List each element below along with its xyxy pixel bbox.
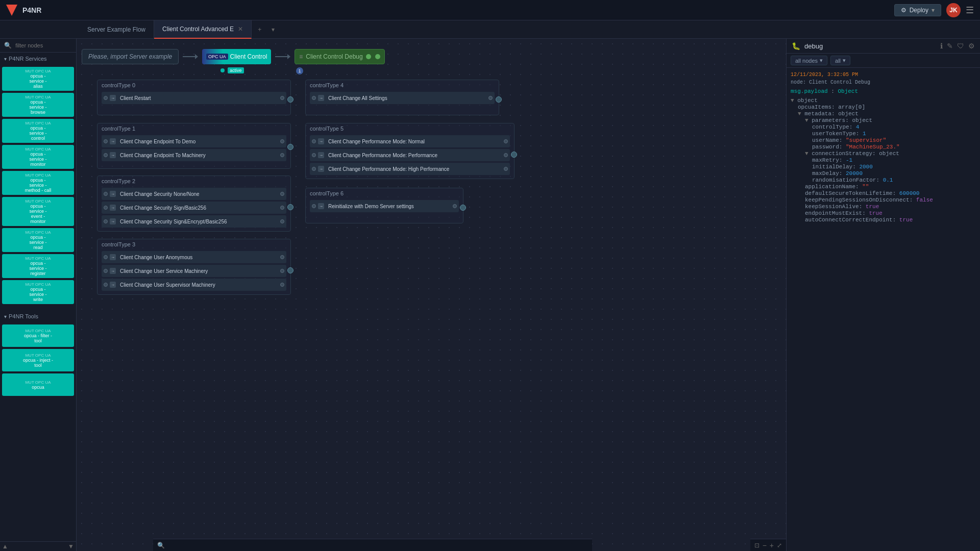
group-output-port [460, 205, 466, 211]
filter-all-button[interactable]: all ▾ [830, 56, 850, 65]
tab-add-button[interactable]: + [252, 26, 267, 33]
node-icon-small: → [110, 205, 116, 211]
tree-collapse-icon[interactable]: ▼ [805, 151, 812, 157]
node-icon-small: → [110, 282, 116, 288]
tab-close-icon[interactable]: ✕ [238, 26, 243, 33]
port-left [104, 139, 108, 143]
debug-shield-icon[interactable]: 🛡 [957, 42, 964, 50]
tree-line: userName: "supervisor" [791, 137, 976, 143]
sidebar-node-opcua-read[interactable]: MUT OPC UA opcua -service -read [2, 228, 74, 252]
node-label: Client Change User Anonymous [118, 255, 278, 260]
node-icon-small: → [110, 191, 116, 197]
node-opc-ua[interactable]: OPC UA Client Control [202, 49, 271, 64]
mini-node-perf-normal[interactable]: → Client Change Performance Mode: Normal [310, 135, 510, 147]
sidebar-node-opcua-browse[interactable]: MUT OPC UA opcua -service -browse [2, 93, 74, 117]
node-label: Client Change Endpoint To Machinery [118, 153, 278, 158]
debug-edit-icon[interactable]: ✎ [947, 42, 953, 50]
tree-collapse-icon[interactable]: ▼ [805, 117, 812, 123]
group-control-type-6: controlType 6 → Reinitialize with Demo S… [305, 188, 463, 223]
node-label: Reinitialize with Demo Server settings [326, 204, 451, 209]
sidebar-node-opcua-monitor[interactable]: MUT OPC UA opcua -service -monitor [2, 145, 74, 169]
tree-line: maxDelay: 20000 [791, 170, 976, 177]
sidebar-node-opcua-control[interactable]: MUT OPC UA opcua -service -control [2, 119, 74, 143]
sidebar-node-opcua-method[interactable]: MUT OPC UA opcua -service -method - call [2, 171, 74, 195]
zoom-expand-icon[interactable]: ⤢ [777, 542, 782, 549]
section-label: P4NR Services [9, 56, 47, 62]
p4nr-tools-section-header[interactable]: ▾ P4NR Tools [0, 310, 76, 322]
mini-node-reinitialize[interactable]: → Reinitialize with Demo Server settings [310, 200, 459, 212]
node-label: opcua -service -event -monitor [29, 204, 46, 224]
tree-line: autoConnectCorrectEndpoint: true [791, 217, 976, 223]
group-title-3: controlType 3 [97, 239, 290, 249]
filter-all-nodes-button[interactable]: all nodes ▾ [791, 56, 827, 65]
node-icon-small: → [318, 152, 324, 158]
node-icon: MUT OPC UA [25, 121, 51, 126]
mini-node-endpoint-demo[interactable]: → Client Change Endpoint To Demo [102, 135, 286, 147]
node-label: Client Change Endpoint To Demo [118, 139, 278, 144]
sidebar-node-opcua-write[interactable]: MUT OPC UA opcua -service -write [2, 280, 74, 304]
node-icon: MUT OPC UA [25, 147, 51, 152]
group-output-port [287, 144, 293, 150]
mini-node-security-sign[interactable]: → Client Change Security Sign/Basic256 [102, 202, 286, 214]
zoom-plus-button[interactable]: + [770, 541, 774, 549]
mini-node-restart[interactable]: → Client Restart [102, 92, 286, 104]
section-label: P4NR Tools [9, 313, 38, 319]
debug-info-icon[interactable]: ℹ [940, 42, 943, 50]
port-right [504, 167, 508, 171]
flow-canvas[interactable]: Please, import Server example OPC UA Cli… [77, 39, 786, 551]
flow-strip: Please, import Server example OPC UA Cli… [82, 49, 385, 64]
port-right [280, 153, 284, 157]
tree-collapse-icon[interactable]: ▼ [791, 97, 797, 104]
node-icon: MUT OPC UA [25, 95, 51, 99]
sidebar-node-opcua-event[interactable]: MUT OPC UA opcua -service -event -monito… [2, 197, 74, 226]
mini-node-user-supervisor[interactable]: → Client Change User Supervisor Machiner… [102, 279, 286, 291]
sidebar-node-opcua-tool[interactable]: MUT OPC UA opcua [2, 373, 74, 396]
mini-node-security-none[interactable]: → Client Change Security None/None [102, 188, 286, 200]
port-left [312, 139, 316, 143]
scroll-up-icon[interactable]: ▲ [2, 543, 8, 550]
p4nr-services-section-header[interactable]: ▾ P4NR Services [0, 53, 76, 65]
avatar[interactable]: JK [946, 3, 961, 17]
sidebar-node-opcua-inject[interactable]: MUT OPC UA opcua - inject -tool [2, 349, 74, 371]
node-import[interactable]: Please, import Server example [82, 49, 179, 64]
mini-node-user-anonymous[interactable]: → Client Change User Anonymous [102, 251, 286, 263]
node-icon-small: → [318, 166, 324, 172]
port-right [280, 269, 284, 273]
sidebar-search-input[interactable] [15, 42, 61, 48]
mini-node-all-settings[interactable]: → Client Change All Settings [310, 92, 495, 104]
mini-node-security-encrypt[interactable]: → Client Change Security Sign&Encrypt/Ba… [102, 215, 286, 228]
canvas-search-icon[interactable]: 🔍 [157, 542, 165, 549]
group-control-type-5: controlType 5 → Client Change Performanc… [305, 123, 514, 179]
sidebar-node-opcua-alias[interactable]: MUT OPC UA opcua -service -alias [2, 67, 74, 91]
scroll-down-icon[interactable]: ▼ [68, 543, 74, 550]
tree-line: initialDelay: 2000 [791, 164, 976, 170]
zoom-fit-icon[interactable]: ⊡ [754, 542, 760, 549]
tab-list-chevron-icon[interactable]: ▾ [267, 26, 279, 33]
mini-node-endpoint-machinery[interactable]: → Client Change Endpoint To Machinery [102, 149, 286, 161]
group-title-6: controlType 6 [306, 188, 463, 198]
sidebar-node-opcua-filter[interactable]: MUT OPC UA opcua - filter -tool [2, 324, 74, 347]
node-debug[interactable]: ≡ Client Control Debug [295, 49, 384, 64]
zoom-minus-button[interactable]: − [763, 541, 767, 549]
debug-settings-icon[interactable]: ⚙ [968, 42, 975, 50]
group-control-type-4: controlType 4 → Client Change All Settin… [305, 80, 499, 115]
node-label: opcua -service -control [29, 126, 46, 141]
node-label: Client Change Security Sign/Basic256 [118, 205, 278, 211]
tab-client-control-advanced[interactable]: Client Control Advanced E ✕ [154, 20, 252, 39]
mini-node-perf-performance[interactable]: → Client Change Performance Mode: Perfor… [310, 149, 510, 161]
port-right [280, 192, 284, 196]
tree-collapse-icon[interactable]: ▼ [798, 111, 804, 117]
tab-server-example-flow[interactable]: Server Example Flow [79, 20, 154, 39]
debug-content[interactable]: 12/11/2023, 3:32:05 PM node: Client Cont… [787, 68, 980, 551]
group-output-port [496, 96, 502, 103]
deploy-button[interactable]: ⚙ Deploy ▾ [894, 4, 941, 16]
node-icon-small: → [110, 218, 116, 224]
node-icon: MUT OPC UA [25, 256, 51, 261]
sidebar-node-opcua-register[interactable]: MUT OPC UA opcua -service -register [2, 254, 74, 278]
tree-line: ▼ connectionStrategy: object [791, 151, 976, 157]
mini-node-perf-high[interactable]: → Client Change Performance Mode: High P… [310, 163, 510, 175]
node-label: opcua - inject -tool [23, 358, 53, 368]
tabs-bar: Server Example Flow Client Control Advan… [0, 20, 980, 39]
hamburger-menu-icon[interactable]: ☰ [966, 5, 974, 16]
mini-node-user-service[interactable]: → Client Change User Service Machinery [102, 265, 286, 277]
